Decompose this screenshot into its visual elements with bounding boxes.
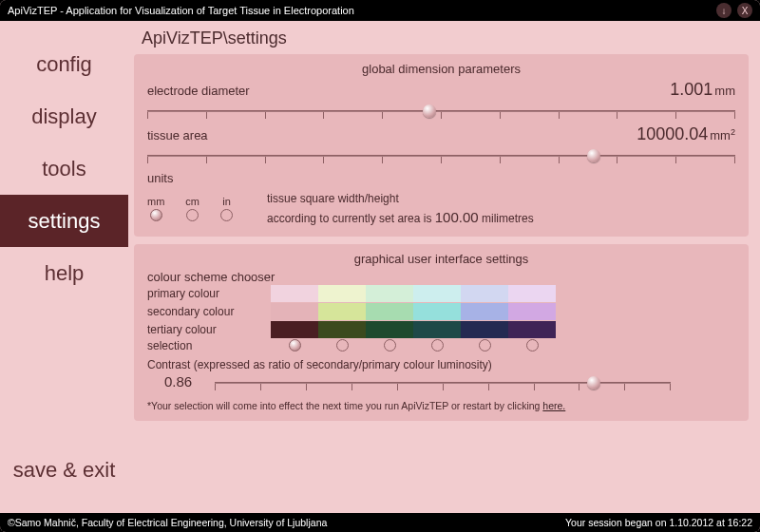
colour-swatch[interactable] [318,321,366,338]
unit-radio-cm[interactable] [186,209,199,221]
colour-swatch[interactable] [366,321,413,338]
colour-swatch[interactable] [271,321,318,338]
scheme-radio-2[interactable] [384,339,396,352]
panel-gui-settings: graphical user interface settings colour… [134,244,749,421]
tissue-area-value: 10000.04mm2 [636,124,735,144]
restart-note: *Your selection will come into effect th… [147,400,735,411]
footer-copyright: ©Samo Mahnič, Faculty of Electrical Engi… [8,517,327,528]
sidebar: configdisplaytoolssettingshelp save & ex… [0,21,128,513]
scheme-radio-4[interactable] [479,339,491,352]
tertiary-colour-label: tertiary colour [147,323,271,336]
contrast-label: Contrast (expressed as ratio of secondar… [147,358,735,371]
contrast-value: 0.86 [164,373,212,390]
contrast-slider[interactable] [215,373,671,392]
titlebar: ApiVizTEP - Application for Visualizatio… [0,0,760,21]
tissue-width-value: 100.00 [435,209,479,225]
colour-swatch[interactable] [413,285,461,302]
colour-swatch[interactable] [461,285,508,302]
colour-swatch[interactable] [508,321,556,338]
colour-swatch[interactable] [318,303,366,320]
colour-swatch[interactable] [508,285,556,302]
scheme-radio-1[interactable] [336,339,349,352]
unit-radio-mm[interactable] [150,209,162,221]
contrast-slider-thumb[interactable] [587,376,600,390]
units-description: tissue square width/height according to … [267,191,534,227]
sidebar-item-save-exit[interactable]: save & exit [0,444,128,496]
sidebar-item-settings[interactable]: settings [0,195,128,247]
scheme-radio-0[interactable] [289,339,301,352]
colour-swatch[interactable] [318,285,366,302]
tissue-area-label: tissue area [147,128,208,142]
sidebar-item-help[interactable]: help [0,247,128,299]
units-label: units [147,171,735,185]
statusbar: ©Samo Mahnič, Faculty of Electrical Engi… [0,513,760,532]
electrode-diameter-slider[interactable] [147,102,735,121]
electrode-diameter-value: 1.001mm [670,80,735,100]
colour-swatch[interactable] [413,321,461,338]
unit-option-label-in: in [222,196,231,207]
breadcrumb: ApiVizTEP\settings [134,27,749,54]
colour-swatch[interactable] [271,285,318,302]
colour-swatch[interactable] [461,303,508,320]
unit-option-label-cm: cm [185,196,200,207]
unit-option-label-mm: mm [147,196,164,207]
electrode-diameter-label: electrode diameter [147,84,250,98]
panel-global-dimensions: global dimension parameters electrode di… [134,54,749,237]
minimize-button[interactable]: ↓ [716,3,732,18]
close-button[interactable]: X [737,3,752,18]
sidebar-item-display[interactable]: display [0,90,128,142]
colour-swatch[interactable] [508,303,556,320]
colour-swatch[interactable] [271,303,318,320]
scheme-radio-3[interactable] [431,339,444,352]
primary-colour-label: primary colour [147,287,271,300]
footer-session: Your session began on 1.10.2012 at 16:22 [565,517,752,528]
secondary-colour-label: secondary colour [147,305,271,318]
restart-link[interactable]: here. [542,400,565,411]
unit-radio-in[interactable] [220,209,233,221]
sidebar-item-config[interactable]: config [0,38,128,90]
panel-gui-title: graphical user interface settings [147,252,735,266]
panel-global-title: global dimension parameters [147,62,735,76]
scheme-radio-5[interactable] [526,339,539,352]
selection-label: selection [147,339,271,352]
colour-swatch[interactable] [461,321,508,338]
colour-swatch[interactable] [366,285,413,302]
tissue-slider-thumb[interactable] [587,149,600,162]
colour-chooser-label: colour scheme chooser [147,270,735,284]
electrode-slider-thumb[interactable] [423,104,436,118]
window-title: ApiVizTEP - Application for Visualizatio… [8,5,354,16]
sidebar-item-tools[interactable]: tools [0,142,128,195]
colour-swatch[interactable] [413,303,461,320]
tissue-area-slider[interactable] [147,146,735,165]
colour-swatch[interactable] [366,303,413,320]
